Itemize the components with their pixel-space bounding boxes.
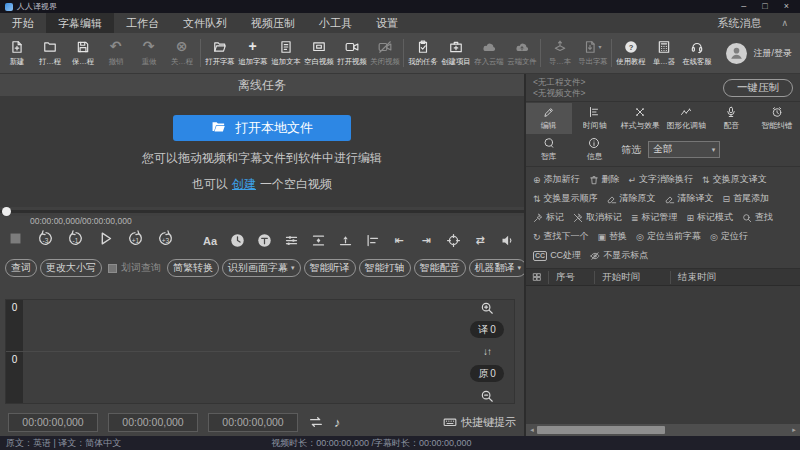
menu-item-6[interactable]: 设置	[364, 13, 410, 33]
toolbar-save-button[interactable]: 保…程	[66, 39, 99, 67]
action-0-3-swap-v[interactable]: ⇅交换原文译文	[702, 173, 767, 186]
minimize-button[interactable]: –	[741, 0, 746, 13]
merge-center-icon[interactable]	[310, 233, 326, 249]
panel-tab-info[interactable]: 信息	[572, 134, 618, 165]
panel-tab-styles[interactable]: 样式与效果	[617, 103, 663, 134]
menu-item-4[interactable]: 视频压制	[239, 13, 307, 33]
merge-bottom-icon[interactable]	[337, 233, 353, 249]
feature-button-7[interactable]: 智能配音	[414, 259, 466, 277]
toolbar-folder-open-button[interactable]: 打开字幕	[203, 39, 236, 67]
action-1-1-eraser[interactable]: 清除原文	[607, 192, 656, 205]
toolbar-screen-button[interactable]: 空白视频	[302, 39, 335, 67]
action-3-0-find-next[interactable]: ↻查找下一个	[533, 230, 589, 243]
swap-lines-icon[interactable]: ⇄	[472, 233, 488, 249]
volume-icon[interactable]	[499, 233, 515, 249]
scroll-left-icon[interactable]: ◂	[527, 424, 537, 436]
action-0-0-add[interactable]: ⊕添加新行	[533, 173, 580, 186]
video-drop-area[interactable]: 打开本地文件 您可以拖动视频和字幕文件到软件中进行编辑 也可以创建一个空白视频	[0, 97, 524, 207]
filter-select[interactable]: 全部 ▾	[648, 141, 720, 158]
rewind-3s-button[interactable]: -3	[37, 232, 54, 249]
action-0-2-linebreak[interactable]: ↵文字消除换行	[629, 173, 694, 186]
subtitle-table-body[interactable]	[526, 286, 800, 424]
timeline-handle[interactable]	[2, 207, 11, 216]
menu-item-0[interactable]: 开始	[0, 13, 46, 33]
locate-target-icon[interactable]	[445, 233, 461, 249]
panel-tab-qlib[interactable]: 智库	[526, 134, 572, 165]
subtitle-text-icon[interactable]	[256, 233, 272, 249]
scrollbar-thumb[interactable]	[537, 426, 665, 434]
system-message-button[interactable]: 系统消息	[717, 16, 761, 31]
toolbar-camera-button[interactable]: 打开视频	[335, 39, 368, 67]
jump-start-icon[interactable]: ⇤	[391, 233, 407, 249]
forward-1s-button[interactable]: +1	[127, 232, 144, 249]
word-lookup-checkbox[interactable]: 划词查询	[108, 261, 161, 275]
menu-item-2[interactable]: 工作台	[114, 13, 171, 33]
action-2-4-magnifier[interactable]: 查找	[742, 211, 773, 224]
one-key-compress-button[interactable]: 一键压制	[723, 79, 793, 97]
feature-button-4[interactable]: 识别画面字幕▾	[222, 259, 301, 277]
action-4-0-cc[interactable]: CCCC处理	[533, 249, 581, 262]
zoom-in-icon[interactable]	[480, 300, 494, 315]
loop-icon[interactable]	[308, 414, 324, 430]
toolbar-help-button[interactable]: ?使用教程	[614, 39, 647, 67]
panel-tab-alarm[interactable]: 智能纠错	[754, 103, 800, 134]
open-local-file-button[interactable]: 打开本地文件	[173, 115, 351, 141]
playback-timeline[interactable]	[0, 207, 524, 216]
horizontal-scrollbar[interactable]: ◂ ▸	[526, 424, 800, 436]
scroll-right-icon[interactable]: ▸	[789, 424, 799, 436]
action-1-2-eraser[interactable]: 清除译文	[665, 192, 714, 205]
grid-icon[interactable]	[526, 272, 548, 282]
create-blank-video-link[interactable]: 创建	[232, 177, 256, 191]
toolbar-doc-text-button[interactable]: 追加文本	[269, 39, 302, 67]
maximize-button[interactable]: □	[762, 0, 767, 13]
jump-end-icon[interactable]: ⇥	[418, 233, 434, 249]
feature-button-5[interactable]: 智能听译	[304, 259, 356, 277]
original-editor[interactable]	[23, 352, 460, 403]
music-note-icon[interactable]: ♪	[334, 415, 341, 430]
menu-item-1[interactable]: 字幕编辑	[46, 13, 114, 33]
close-button[interactable]: ×	[784, 0, 789, 13]
panel-tab-mic[interactable]: 配音	[709, 103, 755, 134]
adjust-sliders-icon[interactable]	[283, 233, 299, 249]
duration-clock-icon[interactable]	[229, 233, 245, 249]
sort-arrows-icon[interactable]: ↓↑	[483, 344, 491, 359]
action-3-3-locate[interactable]: ◎定位行	[710, 230, 748, 243]
action-1-3-head-tail[interactable]: ⊟首尾添加	[723, 192, 770, 205]
action-3-2-locate[interactable]: ◎定位当前字幕	[636, 230, 701, 243]
action-3-1-replace[interactable]: ▣替换	[598, 230, 628, 243]
action-2-0-pin[interactable]: 标记	[533, 211, 564, 224]
feature-button-1[interactable]: 更改大小写	[40, 259, 102, 277]
menu-item-5[interactable]: 小工具	[307, 13, 364, 33]
menu-item-3[interactable]: 文件队列	[171, 13, 239, 33]
feature-button-6[interactable]: 智能打轴	[359, 259, 411, 277]
panel-tab-pencil[interactable]: 编辑	[526, 103, 572, 134]
toolbar-calculator-button[interactable]: 单…器	[647, 39, 680, 67]
panel-tab-graph[interactable]: 图形化调轴	[663, 103, 709, 134]
feature-button-8[interactable]: 机器翻译▾	[469, 259, 528, 277]
panel-tab-timeline[interactable]: 时间轴	[572, 103, 618, 134]
login-link[interactable]: 注册/登录	[753, 47, 792, 60]
end-time-field[interactable]	[108, 413, 198, 432]
rewind-1s-button[interactable]: -1	[67, 232, 84, 249]
action-2-1-pin-off[interactable]: 取消标记	[573, 211, 622, 224]
font-style-icon[interactable]: Aa	[202, 233, 218, 249]
toolbar-case-plus-button[interactable]: 创建项目	[439, 39, 472, 67]
action-2-2-mark-list[interactable]: ≣标记管理	[631, 211, 678, 224]
toolbar-clipboard-button[interactable]: 我的任务	[406, 39, 439, 67]
shortcut-hint-button[interactable]: 快捷键提示	[443, 415, 516, 430]
feature-button-3[interactable]: 简繁转换	[167, 259, 219, 277]
action-0-1-trash[interactable]: 删除	[589, 173, 620, 186]
toolbar-folder-button[interactable]: 打…程	[33, 39, 66, 67]
duration-time-field[interactable]	[208, 413, 298, 432]
toolbar-plus-big-button[interactable]: +追加字幕	[236, 39, 269, 67]
play-button[interactable]	[97, 232, 114, 249]
action-1-0-swap-v[interactable]: ⇅交换显示顺序	[533, 192, 598, 205]
avatar[interactable]	[726, 43, 747, 64]
feature-button-0[interactable]: 查词	[5, 259, 37, 277]
action-2-3-mark-mode[interactable]: ⊞标记模式	[687, 211, 734, 224]
toolbar-headset-button[interactable]: 在线客服	[680, 39, 713, 67]
align-left-icon[interactable]	[364, 233, 380, 249]
zoom-out-icon[interactable]	[480, 388, 494, 403]
toolbar-doc-new-button[interactable]: 新建	[0, 39, 33, 67]
chevron-up-icon[interactable]: ∧	[781, 18, 788, 28]
